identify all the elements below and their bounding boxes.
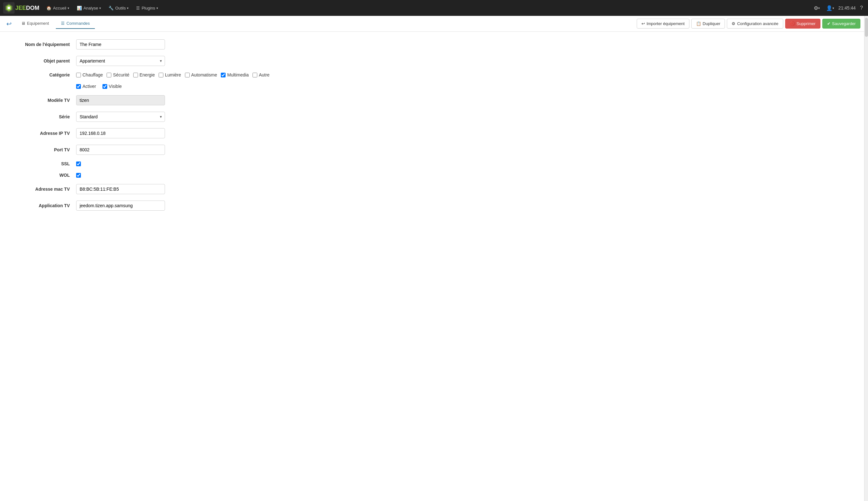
checkbox-automatisme[interactable]: Automatisme [185,72,217,77]
nav-outils[interactable]: 🔧 Outils ▾ [105,0,132,16]
tab-equipement[interactable]: 🖥 Equipement [16,18,54,29]
nav-outils-caret: ▾ [127,6,128,10]
checkbox-activer[interactable]: Activer [76,84,96,89]
objet-parent-label: Objet parent [13,58,76,63]
back-button[interactable]: ↩ [4,19,14,29]
config-avancee-button[interactable]: ⚙ Configuration avancée [727,19,783,29]
scrollbar-thumb[interactable] [865,18,868,37]
multimedia-checkbox[interactable] [221,73,226,77]
adresse-mac-input[interactable] [76,184,165,194]
serie-select[interactable]: Standard Frame QLED Neo QLED [76,112,165,122]
user-caret: ▾ [833,6,834,10]
adresse-ip-input[interactable] [76,128,165,138]
lumiere-label: Lumière [165,72,181,77]
settings-button[interactable]: ⚙ ▾ [812,4,822,12]
port-tv-input[interactable] [76,145,165,155]
categorie-group: Catégorie Chauffage Sécurité Energie Lum… [13,72,273,77]
checkbox-wol[interactable] [76,173,81,178]
checkbox-chauffage[interactable]: Chauffage [76,72,103,77]
autre-label: Autre [259,72,269,77]
application-tv-group: Application TV [13,201,273,211]
brand[interactable]: JEEDOM [3,2,39,14]
securite-label: Sécurité [113,72,129,77]
equipement-icon: 🖥 [21,21,25,26]
serie-wrapper: Standard Frame QLED Neo QLED ▾ [76,112,165,122]
securite-checkbox[interactable] [107,73,111,77]
help-icon: ? [860,5,863,11]
ssl-checkbox[interactable] [76,161,81,166]
svg-rect-3 [8,7,10,9]
scrollbar[interactable] [864,16,868,501]
user-button[interactable]: 👤 ▾ [824,4,836,12]
nom-equipement-input[interactable] [76,39,165,50]
nav-accueil-label: Accueil [53,6,66,10]
automatisme-checkbox[interactable] [185,73,190,77]
home-icon: 🏠 [46,6,51,10]
nav-analyse[interactable]: 📊 Analyse ▾ [73,0,105,16]
categorie-checkboxes: Chauffage Sécurité Energie Lumière Autom… [76,72,269,77]
nav-plugins[interactable]: ☰ Plugins ▾ [132,0,162,16]
energie-label: Energie [140,72,155,77]
wol-label: WOL [13,173,76,178]
activer-checkbox[interactable] [76,84,81,89]
nav-analyse-label: Analyse [84,6,98,10]
chart-icon: 📊 [77,6,82,10]
checkbox-lumiere[interactable]: Lumière [159,72,181,77]
import-icon: ↩ [642,21,645,26]
lumiere-checkbox[interactable] [159,73,163,77]
serie-label: Série [13,114,76,119]
wrench-icon: 🔧 [108,6,114,10]
nav-accueil-caret: ▾ [67,6,69,10]
sauvegarder-button[interactable]: ✔ Sauvegarder [822,19,860,29]
checkbox-energie[interactable]: Energie [133,72,155,77]
dupliquer-button[interactable]: 📋 Dupliquer [691,19,725,29]
visible-checkbox[interactable] [103,84,107,89]
dupliquer-icon: 📋 [696,21,701,26]
energie-checkbox[interactable] [133,73,138,77]
form-area: Nom de l'équipement Objet parent Apparte… [0,32,286,225]
chauffage-checkbox[interactable] [76,73,81,77]
supprimer-button[interactable]: 🚫 Supprimer [785,19,821,29]
commandes-icon: ☰ [61,21,65,26]
modele-tv-input [76,95,165,105]
ssl-group: SSL [13,161,273,166]
plugins-icon: ☰ [136,6,140,10]
adresse-mac-group: Adresse mac TV [13,184,273,194]
port-tv-label: Port TV [13,147,76,152]
sauvegarder-icon: ✔ [827,21,831,26]
config-icon: ⚙ [731,21,736,26]
wol-group: WOL [13,173,273,178]
nav-accueil[interactable]: 🏠 Accueil ▾ [43,0,73,16]
import-label: Importer équipement [646,21,685,26]
tab-commandes[interactable]: ☰ Commandes [56,18,95,29]
activer-label: Activer [83,84,96,89]
checkbox-ssl[interactable] [76,161,81,166]
serie-group: Série Standard Frame QLED Neo QLED ▾ [13,112,273,122]
activer-visible-group: Activer Visible [13,84,273,89]
nav-plugins-caret: ▾ [157,6,158,10]
gear-icon: ⚙ [814,5,818,11]
visible-label: Visible [109,84,122,89]
autre-checkbox[interactable] [253,73,257,77]
checkbox-autre[interactable]: Autre [253,72,269,77]
multimedia-label: Multimedia [227,72,249,77]
main-content: ↩ 🖥 Equipement ☰ Commandes ↩ Importer éq… [0,16,864,501]
checkbox-visible[interactable]: Visible [103,84,122,89]
checkbox-multimedia[interactable]: Multimedia [221,72,249,77]
modele-tv-group: Modèle TV [13,95,273,105]
sauvegarder-label: Sauvegarder [832,21,856,26]
application-tv-input[interactable] [76,201,165,211]
tab-commandes-label: Commandes [66,21,90,26]
modele-tv-label: Modèle TV [13,98,76,103]
navbar-right: ⚙ ▾ 👤 ▾ 21:45:44 ? [812,4,865,12]
supprimer-label: Supprimer [797,21,816,26]
objet-parent-select[interactable]: Appartement Salon Chambre Cuisine [76,56,165,66]
import-button[interactable]: ↩ Importer équipement [637,19,689,29]
config-label: Configuration avancée [737,21,778,26]
nom-equipement-group: Nom de l'équipement [13,39,273,50]
help-button[interactable]: ? [858,4,865,12]
brand-name: JEEDOM [15,5,39,11]
wol-checkbox[interactable] [76,173,81,178]
checkbox-securite[interactable]: Sécurité [107,72,129,77]
toolbar: ↩ 🖥 Equipement ☰ Commandes ↩ Importer éq… [0,16,864,32]
